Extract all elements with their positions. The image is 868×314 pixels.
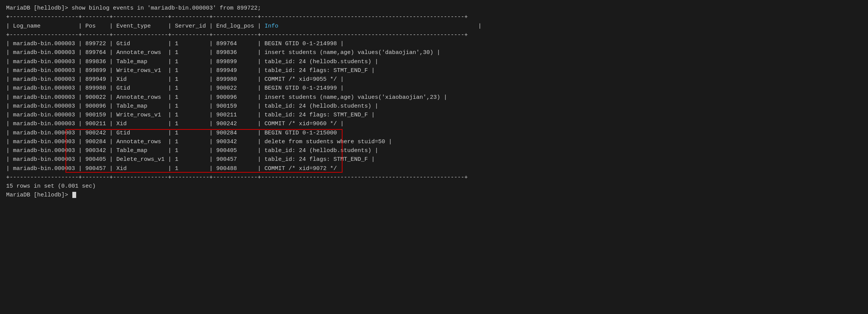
data-row: | mariadb-bin.000003 | 899836 | Table_ma… xyxy=(6,59,378,65)
cursor xyxy=(72,192,76,198)
highlighted-row: | mariadb-bin.000003 | 900342 | Table_ma… xyxy=(6,147,378,154)
data-row: | mariadb-bin.000003 | 900022 | Annotate… xyxy=(6,94,447,101)
highlighted-row: | mariadb-bin.000003 | 900284 | Annotate… xyxy=(6,139,392,145)
data-row: | mariadb-bin.000003 | 900159 | Write_ro… xyxy=(6,112,375,118)
data-row: | mariadb-bin.000003 | 899899 | Write_ro… xyxy=(6,67,375,74)
divider-mid: +--------------------+--------+---------… xyxy=(6,32,468,38)
divider-bot: +--------------------+--------+---------… xyxy=(6,174,468,181)
data-row: | mariadb-bin.000003 | 899949 | Xid | 1 … xyxy=(6,76,344,83)
terminal-window: MariaDB [hellodb]> show binlog events in… xyxy=(6,4,862,200)
highlighted-row: | mariadb-bin.000003 | 900457 | Xid | 1 … xyxy=(6,165,344,172)
final-prompt: MariaDB [hellodb]> xyxy=(6,192,72,198)
footer-area: 15 rows in set (0.001 sec) MariaDB [hell… xyxy=(6,182,862,200)
data-row: | mariadb-bin.000003 | 899980 | Gtid | 1… xyxy=(6,85,344,92)
data-row: | mariadb-bin.000003 | 900096 | Table_ma… xyxy=(6,103,378,110)
prompt-command-line: MariaDB [hellodb]> show binlog events in… xyxy=(6,4,862,13)
data-row: | mariadb-bin.000003 | 899722 | Gtid | 1… xyxy=(6,41,344,47)
highlighted-row: | mariadb-bin.000003 | 900242 | Gtid | 1… xyxy=(6,130,344,136)
data-row: | mariadb-bin.000003 | 900211 | Xid | 1 … xyxy=(6,121,344,127)
highlighted-row: | mariadb-bin.000003 | 900405 | Delete_r… xyxy=(6,156,375,163)
data-row: | mariadb-bin.000003 | 899764 | Annotate… xyxy=(6,49,440,56)
header-info: Info xyxy=(264,23,278,29)
divider-top: +--------------------+--------+---------… xyxy=(6,14,468,20)
table-output: +--------------------+--------+---------… xyxy=(6,13,862,182)
